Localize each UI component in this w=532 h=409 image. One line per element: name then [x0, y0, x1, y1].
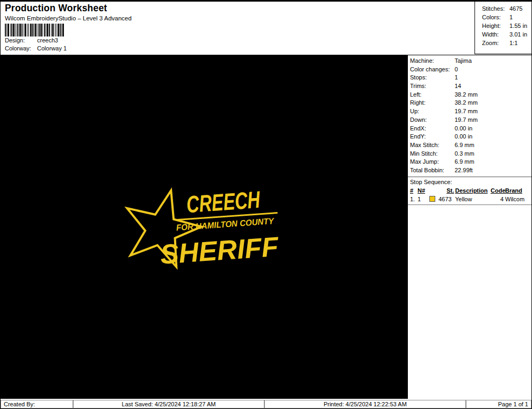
machine-info-label: Stops: [410, 74, 455, 82]
machine-info-row: EndX:0.00 in [410, 125, 532, 133]
machine-info-row: Max Stitch:6.9 mm [410, 141, 532, 150]
stop-sequence: Stop Sequence: # N# St. Description Code… [408, 177, 532, 205]
summary-value: 1:1 [509, 40, 517, 46]
colorway-row: Colorway: Colorway 1 [5, 45, 531, 53]
stop-sequence-row: 1. 1 4673 Yellow 4 Wilcom [410, 195, 532, 204]
colorway-label: Colorway: [5, 45, 35, 53]
production-worksheet-page: Production Worksheet Wilcom EmbroiderySt… [0, 0, 532, 409]
machine-info-label: Machine: [410, 57, 455, 65]
machine-info-value: Tajima [455, 57, 472, 64]
machine-info-label: Color changes: [410, 65, 455, 74]
machine-info-value: 19.7 mm [455, 116, 478, 123]
machine-info: Machine:Tajima Color changes:0 Stops:1 T… [408, 55, 532, 177]
machine-info-row: Color changes:0 [410, 65, 532, 74]
colorway-value: Colorway 1 [37, 45, 67, 52]
thread-color-swatch [429, 196, 435, 202]
machine-info-row: EndY:0.00 in [410, 133, 532, 141]
stop-brand: Wilcom [505, 195, 532, 203]
machine-info-row: Min Stitch:0.3 mm [410, 150, 532, 158]
machine-info-label: Min Stitch: [410, 150, 455, 158]
col-description: Description [455, 186, 491, 195]
summary-value: 4675 [509, 5, 522, 12]
machine-info-label: Down: [410, 116, 455, 125]
machine-info-row: Right:38.2 mm [410, 99, 532, 107]
machine-info-value: 38.2 mm [455, 91, 478, 98]
machine-info-label: Right: [410, 99, 455, 107]
design-value: creech3 [37, 37, 58, 43]
col-n: N# [418, 186, 429, 195]
machine-info-label: Total Bobbin: [410, 166, 455, 175]
stop-description: Yellow [455, 195, 491, 203]
last-saved-field: Last Saved: 4/25/2024 12:18:27 AM [73, 400, 264, 408]
machine-info-label: Left: [410, 91, 455, 99]
details-panel: Machine:Tajima Color changes:0 Stops:1 T… [408, 55, 532, 399]
main-area: CREECH FOR HAMILTON COUNTY SHERIFF Machi… [1, 55, 531, 399]
stop-needle: 1 [418, 195, 429, 203]
summary-row: Colors:1 [482, 13, 531, 21]
stop-stitches: 4673 [438, 195, 455, 203]
summary-row: Width:3.01 in [482, 30, 531, 39]
machine-info-label: EndX: [410, 125, 455, 133]
design-text-line1: CREECH [185, 186, 261, 218]
footer: Created By: Last Saved: 4/25/2024 12:18:… [1, 399, 531, 409]
header: Production Worksheet Wilcom EmbroiderySt… [1, 2, 531, 55]
summary-value: 1 [509, 14, 513, 20]
machine-info-value: 6.9 mm [455, 158, 475, 165]
summary-label: Zoom: [482, 39, 509, 47]
machine-info-row: Up:19.7 mm [410, 107, 532, 116]
machine-info-value: 6.9 mm [455, 142, 475, 148]
summary-row: Height:1.55 in [482, 21, 531, 30]
summary-label: Height: [482, 21, 509, 30]
machine-info-row: Left:38.2 mm [410, 91, 532, 99]
barcode-icon [5, 24, 64, 36]
col-num: # [410, 186, 418, 195]
machine-info-value: 0 [455, 66, 458, 72]
design-summary-box: Stitches:4675 Colors:1 Height:1.55 in Wi… [475, 2, 531, 54]
machine-info-row: Stops:1 [410, 74, 532, 82]
summary-row: Stitches:4675 [482, 4, 531, 13]
stop-sequence-title: Stop Sequence: [410, 178, 532, 186]
stop-num: 1. [410, 195, 418, 203]
design-row: Design: creech3 [5, 36, 531, 45]
summary-label: Stitches: [482, 4, 509, 13]
machine-info-row: Machine:Tajima [410, 57, 532, 65]
machine-info-label: Max Stitch: [410, 141, 455, 150]
header-left: Production Worksheet Wilcom EmbroiderySt… [1, 2, 531, 53]
summary-label: Colors: [482, 13, 509, 21]
embroidery-design: CREECH FOR HAMILTON COUNTY SHERIFF [124, 176, 296, 273]
summary-value: 3.01 in [509, 31, 527, 38]
col-code: Code [491, 186, 505, 195]
page-title: Production Worksheet [5, 3, 531, 14]
machine-info-value: 0.00 in [455, 125, 472, 132]
machine-info-row: Down:19.7 mm [410, 116, 532, 125]
machine-info-value: 0.00 in [455, 133, 472, 140]
printed-field: Printed: 4/25/2024 12:22:53 AM [264, 400, 466, 408]
col-brand: Brand [505, 186, 532, 195]
machine-info-row: Trims:14 [410, 82, 532, 91]
machine-info-value: 14 [455, 83, 461, 89]
machine-info-value: 22.99ft [455, 167, 473, 173]
machine-info-value: 19.7 mm [455, 108, 478, 114]
stop-code: 4 [491, 195, 505, 203]
stop-sequence-header: # N# St. Description Code Brand [410, 186, 532, 195]
machine-info-label: EndY: [410, 133, 455, 141]
machine-info-value: 38.2 mm [455, 99, 478, 106]
summary-label: Width: [482, 30, 509, 39]
summary-value: 1.55 in [509, 23, 527, 29]
col-st: St. [429, 186, 455, 195]
summary-row: Zoom:1:1 [482, 39, 531, 47]
design-canvas: CREECH FOR HAMILTON COUNTY SHERIFF [1, 55, 408, 399]
machine-info-row: Max Jump:6.9 mm [410, 158, 532, 166]
machine-info-value: 1 [455, 74, 458, 81]
app-subtitle: Wilcom EmbroideryStudio – Level 3 Advanc… [5, 14, 531, 22]
machine-info-label: Max Jump: [410, 158, 455, 166]
page-number-field: Page 1 of 1 [466, 400, 531, 408]
machine-info-label: Up: [410, 107, 455, 116]
created-by-field: Created By: [1, 400, 73, 408]
machine-info-row: Total Bobbin:22.99ft [410, 166, 532, 175]
machine-info-label: Trims: [410, 82, 455, 91]
design-label: Design: [5, 36, 35, 45]
machine-info-value: 0.3 mm [455, 150, 475, 157]
